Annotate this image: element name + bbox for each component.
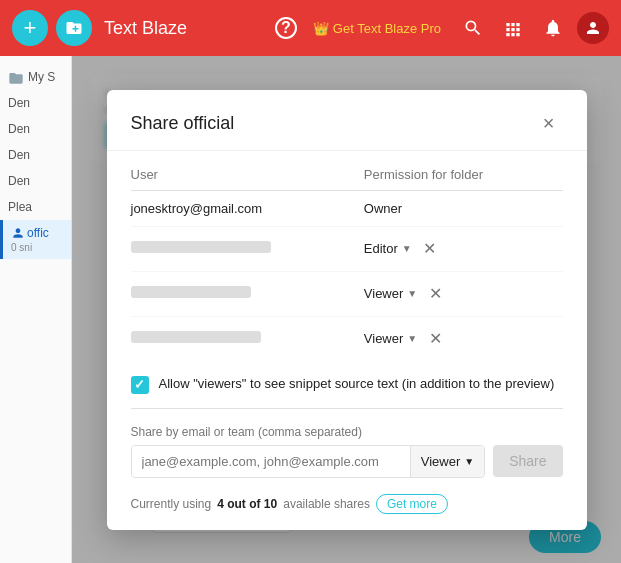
table-row: Viewer ▼ ✕: [131, 271, 563, 316]
share-count-prefix: Currently using: [131, 497, 212, 511]
allow-viewers-checkbox[interactable]: ✓: [131, 376, 149, 394]
remove-user-button[interactable]: ✕: [418, 237, 442, 261]
person-icon: [584, 19, 602, 37]
table-row: Editor ▼ ✕: [131, 226, 563, 271]
permission-selector-dropdown[interactable]: Viewer ▼: [410, 446, 484, 477]
content-area: Save eve with the Explore Delete folder.…: [72, 56, 621, 563]
remove-user-button[interactable]: ✕: [423, 282, 447, 306]
crown-icon: 👑: [313, 21, 329, 36]
share-email-row: Viewer ▼ Share: [131, 445, 563, 478]
sidebar-item-den4[interactable]: Den: [0, 168, 71, 194]
permission-label: Viewer: [364, 286, 404, 301]
add-button[interactable]: +: [12, 10, 48, 46]
share-email-section: Share by email or team (comma separated)…: [107, 409, 587, 490]
sidebar-item-my-snippets[interactable]: My S: [0, 64, 71, 90]
table-row: Viewer ▼ ✕: [131, 316, 563, 361]
permission-cell: Viewer ▼ ✕: [364, 327, 563, 351]
sidebar-item-den2[interactable]: Den: [0, 116, 71, 142]
share-email-input-wrap: Viewer ▼: [131, 445, 486, 478]
permission-label: Viewer: [364, 331, 404, 346]
sidebar-item-den1[interactable]: Den: [0, 90, 71, 116]
search-button[interactable]: [457, 12, 489, 44]
folder-icon: [8, 70, 24, 84]
sidebar-item-den3[interactable]: Den: [0, 142, 71, 168]
permission-cell: Owner: [364, 201, 563, 216]
chevron-down-icon: ▼: [464, 456, 474, 467]
permission-column-header: Permission for folder: [364, 159, 563, 191]
remove-user-button-2[interactable]: ✕: [423, 327, 447, 351]
share-count-value: 4 out of 10: [217, 497, 277, 511]
sidebar: My S Den Den Den Den Plea offic 0 sni: [0, 56, 72, 563]
modal-header: Share official ×: [107, 90, 587, 151]
permission-cell: Editor ▼ ✕: [364, 237, 563, 261]
main-area: My S Den Den Den Den Plea offic 0 sni Sa…: [0, 56, 621, 563]
new-folder-button[interactable]: [56, 10, 92, 46]
person-folder-icon: [11, 226, 25, 240]
share-count-row: Currently using 4 out of 10 available sh…: [107, 490, 587, 530]
viewers-checkbox-row: ✓ Allow "viewers" to see snippet source …: [107, 361, 587, 408]
sidebar-item-plea[interactable]: Plea: [0, 194, 71, 220]
grid-button[interactable]: [497, 12, 529, 44]
selected-permission-label: Viewer: [421, 454, 461, 469]
notifications-button[interactable]: [537, 12, 569, 44]
sidebar-item-my-snippets-label: My S: [28, 70, 55, 84]
modal-title: Share official: [131, 113, 235, 134]
sidebar-item-official-label: offic: [27, 226, 49, 240]
viewer-permission-dropdown[interactable]: Viewer ▼: [364, 286, 417, 301]
sidebar-item-official[interactable]: offic 0 sni: [0, 220, 71, 259]
user-email: jonesktroy@gmail.com: [131, 190, 364, 226]
viewer-permission-dropdown-2[interactable]: Viewer ▼: [364, 331, 417, 346]
user-column-header: User: [131, 159, 364, 191]
share-table-container: User Permission for folder jonesktroy@gm…: [107, 151, 587, 361]
app-title: Text Blaze: [100, 18, 267, 39]
share-modal: Share official × User Permission for fol…: [107, 90, 587, 530]
share-table: User Permission for folder jonesktroy@gm…: [131, 159, 563, 361]
editor-permission-dropdown[interactable]: Editor ▼: [364, 241, 412, 256]
search-icon: [463, 18, 483, 38]
snippet-count: 0 sni: [11, 242, 63, 253]
get-pro-button[interactable]: 👑 Get Text Blaze Pro: [305, 21, 449, 36]
bell-icon: [543, 18, 563, 38]
grid-icon: [503, 18, 523, 38]
allow-viewers-label: Allow "viewers" to see snippet source te…: [159, 375, 555, 393]
get-more-button[interactable]: Get more: [376, 494, 448, 514]
help-icon[interactable]: ?: [275, 17, 297, 39]
share-email-label: Share by email or team (comma separated): [131, 425, 563, 439]
modal-overlay: Share official × User Permission for fol…: [72, 56, 621, 563]
blurred-email: [131, 241, 271, 253]
share-email-input[interactable]: [132, 446, 410, 477]
table-row: jonesktroy@gmail.com Owner: [131, 190, 563, 226]
blurred-email: [131, 286, 251, 298]
check-icon: ✓: [134, 377, 145, 392]
chevron-down-icon: ▼: [402, 243, 412, 254]
permission-label: Owner: [364, 201, 402, 216]
avatar[interactable]: [577, 12, 609, 44]
permission-cell: Viewer ▼ ✕: [364, 282, 563, 306]
share-button[interactable]: Share: [493, 445, 562, 477]
share-count-suffix: available shares: [283, 497, 370, 511]
modal-close-button[interactable]: ×: [535, 110, 563, 138]
top-navigation-bar: + Text Blaze ? 👑 Get Text Blaze Pro: [0, 0, 621, 56]
chevron-down-icon: ▼: [407, 288, 417, 299]
chevron-down-icon: ▼: [407, 333, 417, 344]
folder-plus-icon: [65, 19, 83, 37]
blurred-email: [131, 331, 261, 343]
permission-label: Editor: [364, 241, 398, 256]
